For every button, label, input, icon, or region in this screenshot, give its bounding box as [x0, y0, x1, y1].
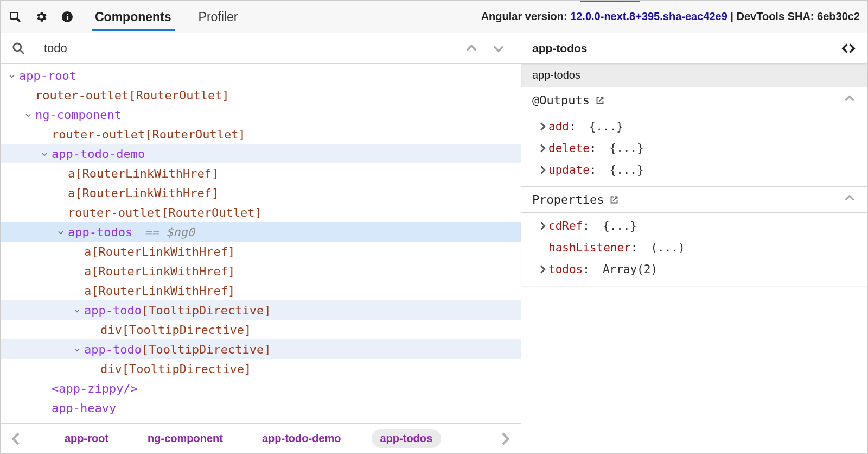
- property-row[interactable]: add : {...}: [521, 116, 867, 137]
- property-key: todos: [548, 263, 583, 276]
- tree-row[interactable]: a[RouterLinkWithHref]: [1, 163, 521, 183]
- tree-node-label: div[TooltipDirective]: [100, 362, 251, 376]
- expand-toggle[interactable]: [537, 263, 548, 275]
- property-row[interactable]: cdRef : {...}: [521, 215, 867, 237]
- component-subheader-label: app-todos: [532, 69, 580, 81]
- property-key: update: [548, 163, 590, 176]
- tree-row[interactable]: app-todo[TooltipDirective]: [1, 339, 521, 359]
- breadcrumbs: app-rootng-componentapp-todo-demoapp-tod…: [1, 423, 521, 453]
- tree-row[interactable]: a[RouterLinkWithHref]: [1, 281, 521, 300]
- left-panel: app-rootrouter-outlet[RouterOutlet]ng-co…: [1, 33, 521, 453]
- loading-indicator: [580, 0, 640, 2]
- expand-toggle[interactable]: [537, 164, 548, 176]
- angular-version-link[interactable]: 12.0.0-next.8+395.sha-eac42e9: [570, 10, 727, 22]
- tree-node-label: app-todo[TooltipDirective]: [84, 343, 271, 356]
- outputs-list: add : {...}delete : {...}update : {...}: [521, 114, 867, 187]
- tree-node-label: ng-component: [35, 108, 122, 122]
- property-row[interactable]: todos : Array(2): [521, 258, 867, 280]
- chevron-down-icon[interactable]: [23, 111, 33, 119]
- tree-row[interactable]: app-heavy: [1, 398, 521, 418]
- svg-point-5: [13, 43, 21, 51]
- tree-row[interactable]: router-outlet[RouterOutlet]: [1, 203, 521, 222]
- chevron-down-icon[interactable]: [72, 346, 82, 354]
- property-key: delete: [548, 142, 590, 155]
- tree-row[interactable]: app-root: [1, 66, 521, 85]
- section-properties-header[interactable]: Properties: [521, 187, 867, 213]
- tree-node-label: app-todo-demo: [52, 147, 145, 161]
- info-icon[interactable]: [60, 10, 74, 24]
- tree-row[interactable]: ng-component: [1, 105, 521, 124]
- expand-toggle[interactable]: [537, 142, 548, 154]
- tree-node-label: router-outlet[RouterOutlet]: [35, 89, 229, 102]
- version-info: Angular version: 12.0.0-next.8+395.sha-e…: [481, 10, 860, 23]
- tree-row[interactable]: a[RouterLinkWithHref]: [1, 261, 521, 281]
- tree-row[interactable]: a[RouterLinkWithHref]: [1, 242, 521, 261]
- inspect-icon[interactable]: [8, 10, 22, 24]
- expand-toggle[interactable]: [537, 121, 548, 133]
- angular-version-label: Angular version:: [481, 10, 570, 22]
- tree-node-label: router-outlet[RouterOutlet]: [52, 128, 246, 141]
- property-row[interactable]: hashListener : (...): [521, 237, 867, 258]
- selected-component-title: app-todos: [532, 42, 587, 55]
- breadcrumb-item[interactable]: ng-component: [139, 429, 232, 448]
- gear-icon[interactable]: [34, 10, 48, 24]
- tree-row[interactable]: <app-zippy/>: [1, 379, 521, 398]
- expand-toggle[interactable]: [537, 220, 548, 232]
- svg-rect-4: [67, 14, 68, 15]
- tab-profiler[interactable]: Profiler: [195, 2, 241, 31]
- svg-line-6: [20, 50, 24, 54]
- tree-node-label: app-todos: [68, 225, 132, 239]
- top-toolbar: Components Profiler Angular version: 12.…: [1, 1, 867, 33]
- tree-node-label: app-todo[TooltipDirective]: [84, 304, 271, 317]
- open-outputs-icon[interactable]: [594, 94, 606, 106]
- property-value: Array(2): [603, 263, 658, 276]
- tree-row[interactable]: router-outlet[RouterOutlet]: [1, 124, 521, 144]
- collapse-outputs-icon[interactable]: [843, 92, 857, 109]
- chevron-down-icon[interactable]: [72, 307, 82, 314]
- section-outputs-header[interactable]: @Outputs: [521, 87, 867, 114]
- prev-match-button[interactable]: [462, 39, 481, 58]
- breadcrumb-scroll-right[interactable]: [496, 430, 514, 448]
- section-properties-title: Properties: [532, 193, 604, 206]
- devtools-sha-label: | DevTools SHA: 6eb30c2: [727, 10, 860, 22]
- properties-list: cdRef : {...}hashListener : (...)todos :…: [521, 213, 867, 286]
- breadcrumb-item[interactable]: app-todos: [372, 429, 442, 448]
- section-outputs-title: @Outputs: [532, 93, 590, 107]
- tree-row[interactable]: div[TooltipDirective]: [1, 320, 521, 339]
- tree-node-label: app-heavy: [52, 401, 116, 415]
- collapse-properties-icon[interactable]: [843, 191, 857, 208]
- breadcrumb-item[interactable]: app-todo-demo: [253, 429, 350, 448]
- property-value: {...}: [589, 120, 623, 133]
- tree-node-label: a[RouterLinkWithHref]: [68, 167, 219, 180]
- property-key: cdRef: [548, 219, 583, 232]
- right-panel: app-todos app-todos @Outputs add : {...}…: [521, 33, 867, 453]
- tree-row[interactable]: app-todo-demo: [1, 144, 521, 163]
- tree-row[interactable]: a[RouterLinkWithHref]: [1, 183, 521, 203]
- view-source-button[interactable]: [840, 40, 857, 56]
- breadcrumb-item[interactable]: app-root: [56, 429, 117, 448]
- search-icon[interactable]: [1, 33, 36, 63]
- breadcrumb-scroll-left[interactable]: [7, 430, 25, 448]
- tree-node-label: app-root: [19, 69, 76, 83]
- tree-node-label: a[RouterLinkWithHref]: [84, 245, 235, 258]
- property-row[interactable]: update : {...}: [521, 159, 867, 181]
- ng0-indicator: == $ng0: [144, 225, 195, 239]
- chevron-down-icon[interactable]: [56, 229, 66, 236]
- property-key: add: [548, 120, 569, 133]
- next-match-button[interactable]: [489, 39, 508, 58]
- tree-row[interactable]: router-outlet[RouterOutlet]: [1, 85, 521, 105]
- tree-row[interactable]: div[TooltipDirective]: [1, 359, 521, 379]
- chevron-down-icon[interactable]: [7, 72, 17, 80]
- tree-row[interactable]: app-todo[TooltipDirective]: [1, 300, 521, 320]
- property-row[interactable]: delete : {...}: [521, 137, 867, 159]
- open-properties-icon[interactable]: [608, 194, 620, 206]
- breadcrumb-list: app-rootng-componentapp-todo-demoapp-tod…: [34, 429, 487, 448]
- tree-row[interactable]: app-todos== $ng0: [1, 222, 521, 242]
- chevron-down-icon[interactable]: [40, 150, 49, 158]
- property-value: (...): [650, 241, 685, 254]
- svg-point-1: [17, 18, 20, 21]
- tree-node-label: <app-zippy/>: [52, 382, 138, 395]
- search-input[interactable]: [36, 33, 449, 63]
- tab-components[interactable]: Components: [92, 2, 175, 31]
- component-tree[interactable]: app-rootrouter-outlet[RouterOutlet]ng-co…: [1, 64, 521, 423]
